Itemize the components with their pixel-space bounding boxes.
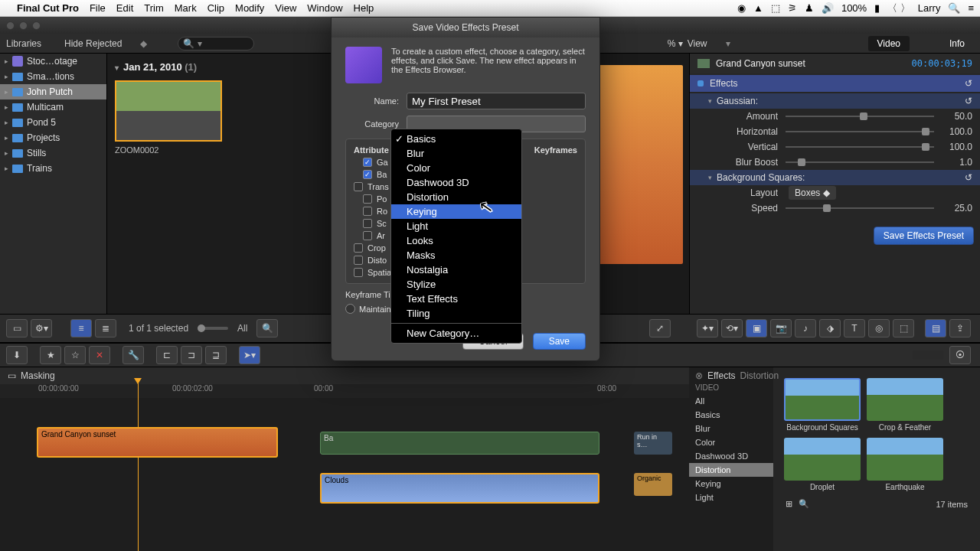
menu-clip[interactable]: Clip [207,2,224,14]
view-mode-1[interactable]: ≡ [70,319,92,337]
lib-sma[interactable]: ▸Sma…tions [0,69,106,84]
menu-view[interactable]: View [275,2,296,14]
menu-window[interactable]: Window [307,2,342,14]
generator-icon[interactable]: ◎ [868,319,890,337]
user-name[interactable]: Larry [918,2,941,14]
effects-header[interactable]: Effects↺ [690,75,980,92]
cat-light[interactable]: Light [689,491,773,504]
lib-multicam[interactable]: ▸Multicam [0,99,106,115]
lib-stoc[interactable]: ▸Stoc…otage [0,54,106,69]
all-label[interactable]: All [237,323,247,334]
reset-icon[interactable]: ↺ [965,96,972,106]
dd-newcategory[interactable]: New Category… [391,326,521,341]
dd-color[interactable]: Color [391,161,521,175]
keyword-icon[interactable]: 🔧 [122,346,144,364]
clip-clouds[interactable]: Clouds [320,473,599,504]
app-name[interactable]: Final Cut Pro [17,2,79,14]
gaussian-header[interactable]: ▾Gaussian:↺ [690,93,980,109]
retime-icon[interactable]: ⟲▾ [721,319,743,337]
search-icon[interactable]: 🔍 [256,319,278,337]
fx-search[interactable]: 🔍 [799,499,809,509]
cat-color[interactable]: Color [689,435,773,449]
view-mode-2[interactable]: ≣ [95,319,116,337]
menu-modify[interactable]: Modify [235,2,264,14]
gear-icon[interactable]: ⚙▾ [31,319,52,337]
append-icon[interactable]: ⊒ [205,346,227,364]
text-icon[interactable]: T [844,319,865,337]
bin-icon[interactable]: ♟ [805,2,814,14]
slider[interactable] [786,142,934,152]
fx-bgsquares[interactable]: Background Squares [784,378,861,432]
dd-stylize[interactable]: Stylize [391,277,521,292]
music-icon[interactable]: ♪ [795,319,816,337]
save-button[interactable]: Save [533,333,586,350]
checkbox[interactable] [354,268,363,277]
nav-icon[interactable]: 〈 〉 [887,2,910,15]
save-effects-preset-button[interactable]: Save Effects Preset [874,227,974,245]
clip-thumb[interactable] [115,80,222,142]
reject-icon[interactable]: ✕ [89,346,110,364]
min-dot[interactable] [19,21,28,30]
checkbox[interactable]: ✓ [363,158,372,167]
filmstrip-icon[interactable]: ▭ [6,319,28,337]
fav-icon[interactable]: ★ [40,346,61,364]
menu-mark[interactable]: Mark [175,2,197,14]
dd-nostalgia[interactable]: Nostalgia [391,262,521,277]
share-icon[interactable]: ⇪ [949,319,971,337]
adobe-icon[interactable]: ▲ [753,2,763,14]
libraries-label[interactable]: Libraries [6,38,41,49]
dd-dashwood[interactable]: Dashwood 3D [391,175,521,190]
cat-distortion[interactable]: Distortion [689,463,773,477]
reset-icon[interactable]: ↺ [965,172,972,183]
wifi-icon[interactable]: ⚞ [788,2,797,14]
cat-dashwood[interactable]: Dashwood 3D [689,449,773,463]
menu-edit[interactable]: Edit [116,2,133,14]
checkbox[interactable] [363,194,372,204]
unfav-icon[interactable]: ☆ [64,346,86,364]
tab-video[interactable]: Video [868,36,910,51]
cat-keying[interactable]: Keying [689,477,773,491]
fullscreen-icon[interactable]: ⤢ [649,319,671,337]
lib-projects[interactable]: ▸Projects [0,130,106,145]
dd-looks[interactable]: Looks [391,233,521,248]
dd-tiling[interactable]: Tiling [391,306,521,321]
slider[interactable] [786,126,934,137]
cat-basics[interactable]: Basics [689,408,773,422]
preset-name-input[interactable] [407,93,586,109]
status-icon[interactable]: ◉ [737,2,746,14]
bgsquares-header[interactable]: ▾Background Squares:↺ [690,170,980,185]
dd-texteffects[interactable]: Text Effects [391,292,521,306]
lib-john[interactable]: ▸John Putch [0,84,106,99]
fx-earthquake[interactable]: Earthquake [867,438,943,491]
dd-masks[interactable]: Masks [391,248,521,262]
view-menu[interactable]: View [688,38,707,49]
lib-pond5[interactable]: ▸Pond 5 [0,115,106,130]
transition-icon[interactable]: ⬗ [819,319,841,337]
checkbox[interactable] [363,219,372,228]
dd-keying[interactable]: Keying [391,204,521,219]
reset-icon[interactable]: ↺ [965,78,972,89]
cat-all[interactable]: All [689,394,773,408]
arrow-tool[interactable]: ➤▾ [239,346,260,364]
playhead[interactable] [138,383,139,551]
skimming-icon[interactable]: ⦿ [949,346,971,364]
clip-bg[interactable]: Ba [320,432,599,455]
library-icon[interactable]: ▣ [746,319,767,337]
dropbox-icon[interactable]: ⬚ [771,2,780,14]
menu-trim[interactable]: Trim [144,2,164,14]
zoom-dot[interactable] [32,21,41,30]
dd-light[interactable]: Light [391,219,521,233]
checkbox[interactable] [354,256,363,265]
close-dot[interactable] [6,21,15,30]
speaker-icon[interactable]: 🔊 [822,2,834,14]
menu-icon[interactable]: ≡ [968,2,974,14]
timeline-ruler[interactable]: 00:00:00:00 00:00:02:00 00:00 08:00 [0,384,689,398]
checkbox[interactable] [354,182,363,191]
browser-search[interactable]: 🔍 ▾ [178,37,254,51]
cat-blur[interactable]: Blur [689,422,773,435]
timeline[interactable]: ▭Masking 00:00:00:00 00:00:02:00 00:00 0… [0,367,689,551]
battery-icon[interactable]: ▮ [874,2,880,14]
checkbox[interactable] [363,207,372,216]
slider[interactable] [786,111,934,122]
lib-stills[interactable]: ▸Stills [0,145,106,161]
